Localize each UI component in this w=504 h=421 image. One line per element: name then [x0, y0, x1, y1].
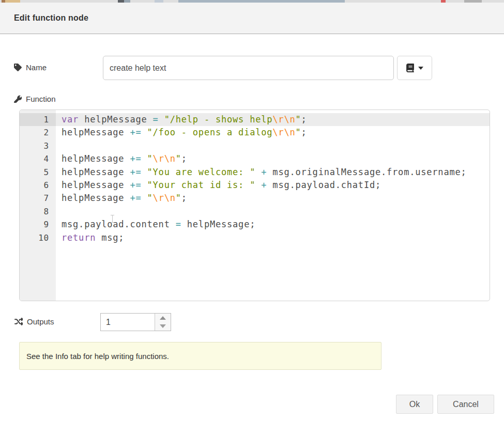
- spinner-buttons: [155, 314, 171, 331]
- name-label-text: Name: [26, 63, 47, 72]
- name-label: Name: [14, 63, 47, 72]
- code-line[interactable]: return msg;: [56, 231, 490, 244]
- gutter-line-number: 2: [20, 126, 56, 139]
- gutter-line-number: 3: [20, 139, 56, 152]
- gutter-line-number: 1: [20, 113, 56, 126]
- code-token-plain: msg.originalMessage.from.username;: [267, 167, 466, 177]
- function-label: Function: [14, 95, 56, 103]
- cancel-button[interactable]: Cancel: [437, 395, 494, 414]
- book-icon: [406, 64, 415, 72]
- code-token-plain: [255, 180, 261, 190]
- code-token-operator: +: [261, 167, 267, 177]
- code-line[interactable]: [56, 205, 490, 218]
- info-tip-box: See the Info tab for help writing functi…: [19, 342, 381, 370]
- code-token-operator: +=: [130, 127, 141, 137]
- code-token-plain: helpMessage: [79, 114, 152, 124]
- gutter-line-number: 9: [20, 218, 56, 231]
- code-editor[interactable]: 12345678910 var helpMessage = "/help - s…: [19, 110, 490, 301]
- code-token-plain: [142, 167, 147, 177]
- code-token-plain: [159, 114, 164, 124]
- code-token-plain: [255, 167, 261, 177]
- code-token-string: ": [147, 153, 153, 164]
- name-input[interactable]: [103, 56, 394, 80]
- code-token-keyword: return: [62, 232, 96, 243]
- ok-button[interactable]: Ok: [396, 395, 433, 414]
- code-token-operator: +=: [130, 193, 141, 203]
- code-token-plain: ;: [181, 193, 187, 203]
- code-line[interactable]: msg.payload.content = helpMessage;: [56, 218, 490, 231]
- code-token-escape: \r\n: [153, 153, 176, 164]
- code-gutter: 12345678910: [20, 110, 56, 301]
- code-token-plain: ;: [301, 127, 307, 137]
- library-menu-button[interactable]: [397, 56, 432, 80]
- gutter-line-number: 6: [20, 179, 56, 192]
- gutter-line-number: 4: [20, 152, 56, 165]
- code-token-plain: ;: [301, 114, 307, 124]
- code-token-string: "Your chat id is: ": [147, 180, 256, 190]
- code-token-keyword: var: [62, 114, 79, 124]
- code-line[interactable]: helpMessage += "/foo - opens a dialog\r\…: [56, 126, 490, 139]
- info-tip-text: See the Info tab for help writing functi…: [26, 352, 169, 361]
- outputs-label: Outputs: [14, 317, 54, 326]
- spinner-down-button[interactable]: [155, 322, 171, 331]
- code-token-operator: =: [153, 114, 159, 124]
- code-token-plain: msg.payload.chatId;: [267, 180, 381, 190]
- tag-icon: [14, 64, 22, 71]
- code-token-plain: [142, 180, 147, 190]
- code-token-plain: [142, 153, 147, 164]
- code-line[interactable]: helpMessage += "\r\n";: [56, 192, 490, 205]
- code-lines[interactable]: var helpMessage = "/help - shows help\r\…: [56, 110, 490, 301]
- code-line[interactable]: helpMessage += "Your chat id is: " + msg…: [56, 179, 490, 192]
- caret-down-icon: [418, 67, 423, 70]
- code-line[interactable]: [56, 139, 490, 152]
- code-line[interactable]: helpMessage += "\r\n";: [56, 152, 490, 165]
- code-token-string: ": [295, 127, 301, 137]
- code-token-plain: helpMessage: [62, 153, 130, 164]
- code-token-string: "/help - shows help: [164, 114, 273, 124]
- code-token-operator: +: [261, 180, 267, 190]
- code-token-string: ": [176, 153, 181, 164]
- code-token-operator: +=: [130, 167, 141, 177]
- wrench-icon: [14, 95, 22, 103]
- code-token-plain: [142, 193, 147, 203]
- edit-function-node-dialog: Edit function node Name Function 1234567…: [0, 0, 504, 421]
- code-token-string: "You are welcome: ": [147, 167, 256, 177]
- gutter-line-number: 5: [20, 166, 56, 179]
- spinner-up-button[interactable]: [155, 314, 171, 322]
- code-token-plain: msg.payload.content: [62, 219, 176, 229]
- code-token-escape: \r\n: [153, 193, 176, 203]
- code-token-string: ": [147, 193, 153, 203]
- code-token-escape: \r\n: [272, 114, 295, 124]
- code-line[interactable]: helpMessage += "You are welcome: " + msg…: [56, 166, 490, 179]
- code-token-plain: helpMessage;: [181, 219, 255, 229]
- outputs-spinner: [100, 313, 171, 331]
- gutter-line-number: 8: [20, 205, 56, 218]
- code-token-plain: helpMessage: [62, 127, 130, 137]
- code-token-plain: msg;: [96, 232, 124, 243]
- code-token-plain: helpMessage: [62, 167, 130, 177]
- code-token-plain: ;: [181, 153, 187, 164]
- code-token-string: ": [176, 193, 181, 203]
- caret-down-icon: [160, 324, 166, 328]
- outputs-label-text: Outputs: [27, 317, 54, 326]
- code-line[interactable]: var helpMessage = "/help - shows help\r\…: [56, 113, 490, 126]
- outputs-input[interactable]: [101, 314, 155, 331]
- dialog-title: Edit function node: [14, 13, 88, 23]
- code-token-escape: \r\n: [272, 127, 295, 137]
- dialog-header: Edit function node: [0, 3, 504, 34]
- code-token-plain: [142, 127, 147, 137]
- code-token-string: ": [295, 114, 301, 124]
- code-token-operator: +=: [130, 180, 141, 190]
- function-label-text: Function: [26, 95, 56, 103]
- shuffle-icon: [14, 317, 23, 326]
- code-token-plain: helpMessage: [62, 193, 130, 203]
- caret-up-icon: [160, 316, 166, 320]
- code-token-string: "/foo - opens a dialog: [147, 127, 273, 137]
- code-token-plain: helpMessage: [62, 180, 130, 190]
- code-token-operator: =: [176, 219, 181, 229]
- code-token-operator: +=: [130, 153, 141, 164]
- gutter-line-number: 7: [20, 192, 56, 205]
- gutter-line-number: 10: [20, 231, 56, 244]
